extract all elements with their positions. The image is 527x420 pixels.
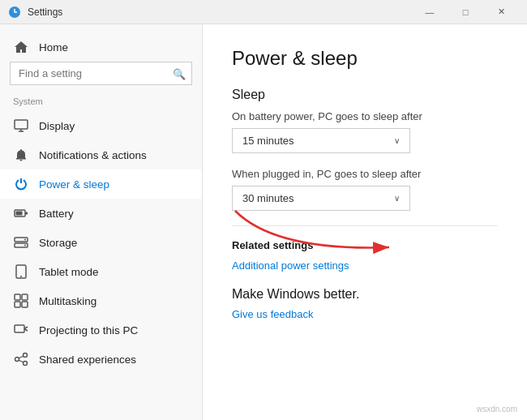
sidebar-item-display[interactable]: Display	[0, 111, 202, 140]
sidebar: Home 🔍 System Display	[0, 24, 203, 420]
battery-sleep-dropdown[interactable]: 15 minutes ∨	[232, 128, 410, 153]
plugged-sleep-dropdown[interactable]: 30 minutes ∨	[232, 186, 410, 211]
app-container: Home 🔍 System Display	[0, 24, 527, 420]
page-title: Power & sleep	[232, 47, 498, 70]
shared-icon	[13, 352, 29, 366]
battery-sleep-label: On battery power, PC goes to sleep after	[232, 110, 498, 122]
search-input[interactable]	[10, 62, 192, 85]
divider	[232, 225, 498, 226]
svg-line-23	[19, 356, 23, 358]
sidebar-item-storage[interactable]: Storage	[0, 228, 202, 257]
maximize-button[interactable]: □	[448, 0, 483, 24]
svg-point-12	[20, 276, 22, 277]
display-icon	[13, 118, 29, 133]
make-better-section: Make Windows better. Give us feedback	[232, 287, 498, 321]
titlebar: Settings — □ ✕	[0, 0, 527, 24]
titlebar-icon	[8, 6, 21, 19]
related-settings: Related settings Additional power settin…	[232, 239, 498, 272]
sidebar-item-label: Home	[39, 41, 68, 54]
battery-sleep-container: On battery power, PC goes to sleep after…	[232, 110, 498, 153]
search-icon: 🔍	[173, 67, 186, 79]
sidebar-item-multitasking[interactable]: Multitasking	[0, 286, 202, 315]
additional-power-settings-link[interactable]: Additional power settings	[232, 259, 349, 272]
sidebar-item-projecting[interactable]: Projecting to this PC	[0, 315, 202, 345]
related-settings-title: Related settings	[232, 239, 498, 251]
watermark: wsxdn.com	[477, 405, 517, 414]
sidebar-item-battery[interactable]: Battery	[0, 199, 202, 228]
svg-rect-13	[15, 294, 20, 300]
svg-point-22	[24, 362, 28, 366]
sidebar-item-label: Multitasking	[39, 295, 96, 307]
sidebar-item-tablet[interactable]: Tablet mode	[0, 257, 202, 286]
svg-rect-6	[16, 212, 23, 216]
sidebar-item-label: Battery	[39, 208, 74, 220]
svg-point-9	[24, 239, 26, 241]
battery-sleep-chevron: ∨	[394, 136, 400, 145]
close-button[interactable]: ✕	[483, 0, 519, 24]
plugged-sleep-container: When plugged in, PC goes to sleep after …	[232, 168, 498, 211]
svg-line-24	[19, 360, 23, 362]
titlebar-controls: — □ ✕	[412, 0, 519, 24]
sidebar-item-label: Display	[39, 120, 75, 132]
titlebar-title: Settings	[28, 6, 412, 18]
projecting-icon	[13, 323, 29, 337]
sidebar-item-notifications[interactable]: Notifications & actions	[0, 140, 202, 169]
battery-sleep-value: 15 minutes	[242, 135, 294, 147]
power-icon	[13, 177, 29, 191]
plugged-sleep-value: 30 minutes	[242, 192, 294, 204]
sidebar-section-label: System	[0, 96, 202, 111]
svg-rect-5	[25, 212, 28, 215]
content-area: Power & sleep Sleep On battery power, PC…	[203, 24, 527, 420]
make-better-title: Make Windows better.	[232, 287, 498, 302]
sidebar-item-power[interactable]: Power & sleep	[0, 169, 202, 199]
home-icon	[13, 40, 29, 54]
notifications-icon	[13, 148, 29, 162]
svg-rect-17	[15, 325, 24, 332]
tablet-icon	[13, 264, 29, 279]
svg-point-21	[15, 358, 19, 362]
svg-rect-14	[22, 294, 28, 300]
multitasking-icon	[13, 294, 29, 308]
battery-icon	[13, 206, 29, 221]
sidebar-item-shared[interactable]: Shared experiences	[0, 345, 202, 374]
sidebar-item-label: Storage	[39, 237, 77, 249]
svg-rect-15	[15, 302, 20, 307]
give-feedback-link[interactable]: Give us feedback	[232, 308, 313, 320]
svg-rect-1	[15, 120, 28, 129]
sidebar-item-home[interactable]: Home	[0, 32, 202, 62]
storage-icon	[13, 235, 29, 250]
svg-rect-16	[22, 302, 28, 307]
sidebar-item-label: Shared experiences	[39, 354, 136, 366]
minimize-button[interactable]: —	[412, 0, 448, 24]
sidebar-item-label: Notifications & actions	[39, 149, 147, 161]
sidebar-item-label: Power & sleep	[39, 178, 109, 191]
plugged-sleep-label: When plugged in, PC goes to sleep after	[232, 168, 498, 180]
svg-point-20	[24, 354, 28, 358]
sidebar-search-container: 🔍	[10, 62, 192, 85]
plugged-sleep-chevron: ∨	[394, 194, 400, 203]
sidebar-item-label: Projecting to this PC	[39, 324, 138, 336]
sidebar-item-label: Tablet mode	[39, 266, 99, 278]
svg-point-10	[24, 245, 26, 246]
sleep-section-title: Sleep	[232, 88, 498, 102]
